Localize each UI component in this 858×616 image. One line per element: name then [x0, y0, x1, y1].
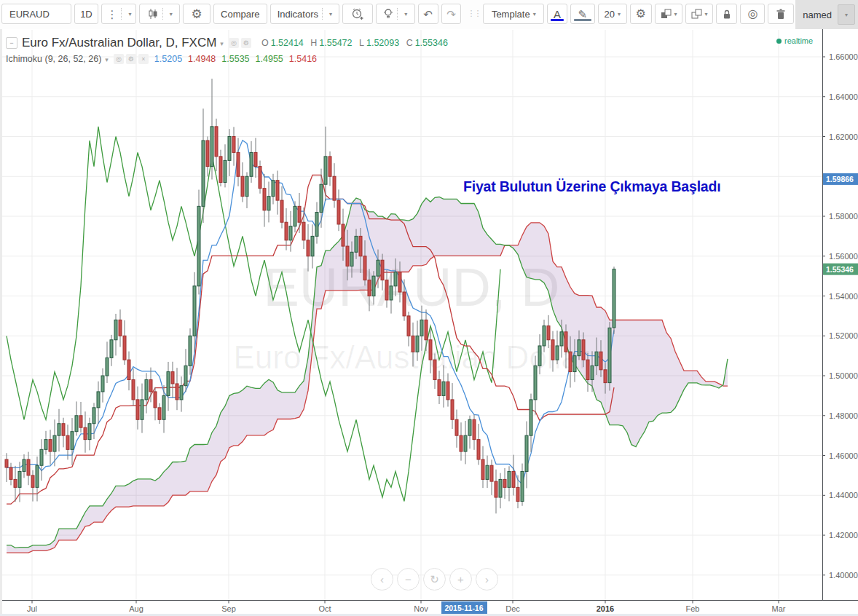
line-color-button[interactable]: ✎ [570, 4, 595, 24]
ideas-button[interactable]: ▾ [376, 4, 415, 24]
gear-icon[interactable]: ⚙ [126, 54, 136, 64]
indicator-title[interactable]: Ichimoku (9, 26, 52, 26) [6, 54, 101, 64]
chevron-down-icon: ▾ [105, 56, 109, 63]
price-tick-label: 1.54000 [829, 292, 858, 301]
open-key: O [261, 38, 269, 48]
remove-button[interactable] [768, 4, 794, 24]
chart-style-button[interactable]: ▾ [139, 4, 180, 24]
scroll-right-button[interactable]: › [476, 568, 498, 591]
hide-button[interactable]: ◎ [740, 4, 765, 24]
price-tick-label: 1.58000 [829, 212, 858, 221]
time-tick-label: Feb [686, 604, 700, 613]
chevron-down-icon: ▾ [533, 11, 536, 17]
template-name-caret[interactable]: ▾ [838, 4, 855, 25]
undo-icon: ↶ [423, 9, 433, 20]
send-backward-button[interactable]: ▾ [685, 4, 713, 24]
price-tick-label: 1.64000 [829, 92, 858, 101]
left-edge-strip [0, 29, 2, 614]
add-alert-button[interactable] [342, 4, 373, 24]
eye-icon[interactable]: ◎ [114, 54, 124, 64]
lightbulb-icon [383, 8, 393, 20]
price-tick-label: 1.48000 [829, 411, 858, 420]
font-size-dropdown[interactable]: 20 ▾ [598, 4, 627, 24]
chikou-value: 1.5535 [221, 54, 249, 64]
symbol-text: EURAUD [9, 9, 50, 20]
interval-label: 1D [80, 9, 93, 20]
text-color-button[interactable]: A [547, 4, 567, 24]
interval-menu-button[interactable]: ⋮ ▾ [101, 4, 136, 24]
compare-label: Compare [221, 9, 259, 20]
realtime-indicator: realtime [776, 36, 813, 45]
reset-view-button[interactable]: ↻ [423, 568, 446, 591]
gear-icon: ⚙ [635, 8, 645, 20]
time-tick-label: Sep [221, 604, 236, 613]
low-key: L [359, 38, 364, 48]
template-name-dropdown[interactable]: named ▾ [795, 0, 858, 29]
chevron-down-icon: ▾ [329, 11, 332, 17]
chevron-down-icon: ▾ [404, 11, 407, 17]
high-value: 1.55472 [319, 38, 352, 48]
indicators-button[interactable]: Indicators ▾ [270, 4, 340, 24]
chart-properties-button[interactable]: ⚙ [183, 4, 210, 24]
eye-target-icon: ◎ [747, 8, 757, 20]
eye-icon[interactable]: ◎ [229, 38, 239, 48]
time-tick-label: Mar [772, 604, 786, 613]
svg-text:2015-11-16: 2015-11-16 [444, 604, 483, 612]
divider [397, 8, 398, 20]
undo-button[interactable]: ↶ [418, 4, 438, 24]
chart-nav-controls: ‹ − ↻ + › [371, 568, 502, 591]
chevron-down-icon: ▾ [674, 11, 677, 17]
alarm-clock-plus-icon [351, 8, 364, 20]
svg-text:1.55346: 1.55346 [826, 265, 854, 274]
divider [121, 8, 122, 20]
drag-handle-icon[interactable]: ⋮⋮ [467, 9, 480, 18]
font-tool-label: A [554, 8, 561, 20]
close-icon[interactable]: × [138, 54, 149, 64]
symbol-input[interactable]: EURAUD [1, 4, 71, 24]
chart-canvas[interactable]: EURAUD, DEuro Fx/Australian Dollar1.6600… [0, 0, 858, 616]
bring-forward-button[interactable]: ▾ [655, 4, 682, 24]
scroll-left-button[interactable]: ‹ [371, 568, 393, 591]
redo-icon: ↷ [446, 9, 456, 20]
redo-button[interactable]: ↷ [441, 4, 462, 24]
low-value: 1.52093 [366, 38, 399, 48]
zoom-out-button[interactable]: − [397, 568, 420, 591]
line-color-swatch [574, 19, 591, 21]
main-toolbar: EURAUD 1D ⋮ ▾ ▾ ⚙ Compare Indicators ▾ [0, 0, 858, 29]
price-tick-label: 1.40000 [829, 571, 858, 580]
symbol-title[interactable]: Euro Fx/Australian Dollar, D, FXCM [22, 36, 216, 50]
kijun-value: 1.4948 [188, 54, 216, 64]
text-color-swatch [551, 19, 564, 21]
legend-main-row: − Euro Fx/Australian Dollar, D, FXCM ▾ ◎… [6, 36, 448, 50]
price-tick-label: 1.56000 [829, 252, 858, 261]
high-key: H [310, 38, 317, 48]
senkou-b-value: 1.5416 [289, 54, 317, 64]
interval-button[interactable]: 1D [74, 4, 99, 24]
indicators-label: Indicators [278, 9, 318, 20]
text-annotation[interactable]: Fiyat Bulutun Üzerine Çıkmaya Başladı [463, 178, 720, 195]
divider [162, 8, 163, 20]
legend-indicator-row: Ichimoku (9, 26, 52, 26) ▾ ◎ ⚙ × 1.5205 … [6, 54, 448, 64]
pencil-icon: ✎ [578, 9, 588, 20]
chevron-down-icon: ▾ [170, 11, 173, 17]
legend-collapse-icon[interactable]: − [6, 37, 17, 49]
template-label: Template [492, 9, 530, 20]
bring-forward-icon [660, 8, 672, 20]
zoom-in-button[interactable]: + [449, 568, 472, 591]
compare-button[interactable]: Compare [213, 4, 267, 24]
lock-button[interactable] [716, 4, 738, 24]
price-tick-label: 1.66000 [829, 52, 858, 61]
template-button[interactable]: Template ▾ [483, 4, 544, 24]
price-tick-label: 1.42000 [829, 531, 858, 540]
gear-icon[interactable]: ⚙ [241, 38, 251, 48]
open-value: 1.52414 [271, 38, 304, 48]
time-tick-label: Nov [414, 604, 428, 613]
drawing-settings-button[interactable]: ⚙ [630, 4, 652, 24]
ohlc-values: O1.52414 H1.55472 L1.52093 C1.55346 [257, 38, 448, 48]
price-badge: 1.55346 [823, 264, 858, 275]
legend: − Euro Fx/Australian Dollar, D, FXCM ▾ ◎… [6, 36, 448, 64]
close-key: C [406, 38, 413, 48]
price-tick-label: 1.44000 [829, 491, 858, 499]
divider [322, 8, 323, 20]
time-tick-label: Jul [27, 604, 37, 613]
